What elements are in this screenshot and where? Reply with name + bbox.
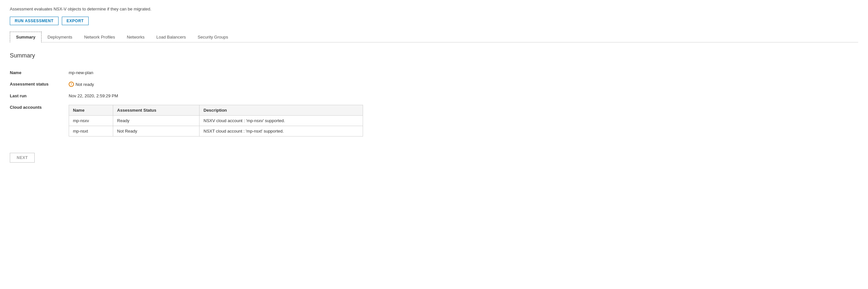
tab-security-groups[interactable]: Security Groups — [192, 32, 234, 42]
cloud-accounts-label: Cloud accounts — [10, 105, 69, 110]
name-value: mp-new-plan — [69, 70, 93, 75]
cell-name: mp-nsxv — [69, 116, 113, 126]
tab-load-balancers[interactable]: Load Balancers — [150, 32, 192, 42]
export-button[interactable]: EXPORT — [62, 17, 89, 25]
assessment-status-label: Assessment status — [10, 82, 69, 86]
tabs-container: Summary Deployments Network Profiles Net… — [10, 32, 858, 42]
cloud-accounts-table: Name Assessment Status Description mp-ns… — [69, 105, 363, 137]
cell-status: Not Ready — [113, 126, 199, 137]
col-header-status: Assessment Status — [113, 105, 199, 116]
page-description: Assessment evaluates NSX-V objects to de… — [10, 6, 858, 11]
summary-info-table: Name mp-new-plan Assessment status ! Not… — [10, 67, 858, 140]
cell-description: NSXV cloud account : 'mp-nsxv' supported… — [199, 116, 363, 126]
run-assessment-button[interactable]: RUN ASSESSMENT — [10, 17, 59, 25]
name-label: Name — [10, 70, 69, 75]
last-run-label: Last run — [10, 94, 69, 98]
cell-status: Ready — [113, 116, 199, 126]
name-row: Name mp-new-plan — [10, 67, 858, 78]
last-run-row: Last run Nov 22, 2020, 2:59:29 PM — [10, 90, 858, 102]
col-header-name: Name — [69, 105, 113, 116]
footer: NEXT — [10, 153, 858, 162]
next-button[interactable]: NEXT — [10, 153, 35, 162]
tab-summary[interactable]: Summary — [10, 32, 41, 42]
assessment-status-row: Assessment status ! Not ready — [10, 78, 858, 90]
cell-description: NSXT cloud account : 'mp-nsxt' supported… — [199, 126, 363, 137]
table-row: mp-nsxv Ready NSXV cloud account : 'mp-n… — [69, 116, 363, 126]
warning-icon: ! — [69, 82, 74, 87]
tab-network-profiles[interactable]: Network Profiles — [78, 32, 121, 42]
tab-networks[interactable]: Networks — [121, 32, 150, 42]
content-title: Summary — [10, 52, 858, 59]
last-run-value: Nov 22, 2020, 2:59:29 PM — [69, 94, 118, 98]
tab-deployments[interactable]: Deployments — [41, 32, 78, 42]
table-row: mp-nsxt Not Ready NSXT cloud account : '… — [69, 126, 363, 137]
cloud-accounts-row: Cloud accounts Name Assessment Status De… — [10, 102, 858, 140]
cell-name: mp-nsxt — [69, 126, 113, 137]
cloud-accounts-container: Name Assessment Status Description mp-ns… — [69, 105, 363, 137]
toolbar: RUN ASSESSMENT EXPORT — [10, 17, 858, 25]
assessment-status-value: ! Not ready — [69, 82, 94, 87]
col-header-description: Description — [199, 105, 363, 116]
assessment-status-text: Not ready — [75, 82, 94, 87]
